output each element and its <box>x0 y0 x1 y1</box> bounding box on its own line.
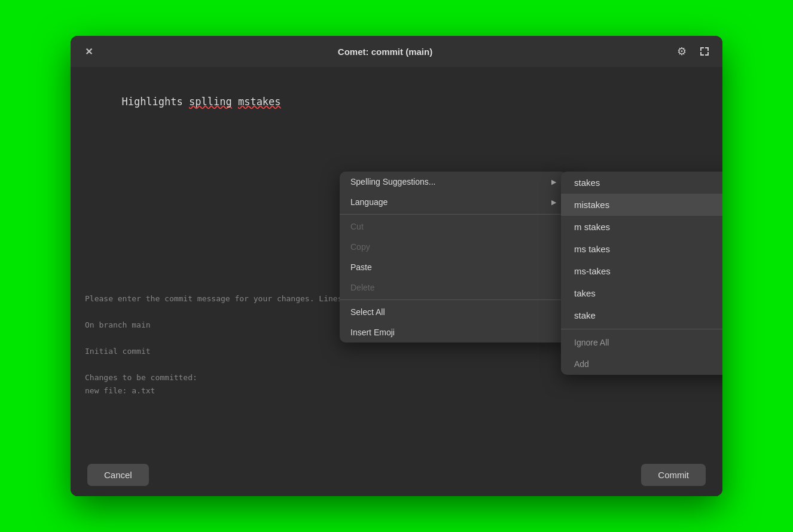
titlebar-actions: ⚙ <box>675 44 712 59</box>
submenu-arrow-spelling: ▶ <box>551 178 556 186</box>
suggestion-stake[interactable]: stake <box>561 304 722 326</box>
menu-item-insert-emoji[interactable]: Insert Emoji <box>340 322 567 343</box>
menu-item-cut: Cut <box>340 216 567 237</box>
text-space <box>232 96 238 108</box>
menu-item-select-all[interactable]: Select All <box>340 302 567 322</box>
menu-item-paste[interactable]: Paste <box>340 257 567 277</box>
menu-item-delete-label: Delete <box>350 283 374 292</box>
menu-separator-2 <box>340 299 567 300</box>
suggestion-ms-takes[interactable]: ms takes <box>561 238 722 260</box>
editor-area[interactable]: Highlights splling mstakes Please enter … <box>71 67 722 496</box>
submenu-add[interactable]: Add <box>561 353 722 375</box>
expand-icon[interactable] <box>697 44 712 59</box>
menu-item-select-all-label: Select All <box>350 307 385 317</box>
cancel-button[interactable]: Cancel <box>87 464 149 486</box>
menu-item-copy: Copy <box>340 237 567 257</box>
suggestion-m-stakes[interactable]: m stakes <box>561 216 722 238</box>
submenu-ignore-all[interactable]: Ignore All <box>561 332 722 353</box>
text-highlights: Highlights <box>121 96 189 108</box>
window-title: Comet: commit (main) <box>338 47 432 57</box>
submenu-arrow-language: ▶ <box>551 198 556 206</box>
close-button[interactable]: ✕ <box>81 44 96 59</box>
suggestion-mistakes[interactable]: mistakes <box>561 194 722 216</box>
app-window: ✕ Comet: commit (main) ⚙ Highlights spll… <box>71 36 722 496</box>
suggestion-takes[interactable]: takes <box>561 282 722 304</box>
menu-item-language-label: Language <box>350 197 388 207</box>
context-menu: Spelling Suggestions... ▶ Language ▶ Cut… <box>340 172 567 343</box>
submenu-separator <box>561 329 722 329</box>
misspelled-splling: splling <box>189 96 232 108</box>
suggestion-ms-takes-hyphen[interactable]: ms-takes <box>561 260 722 282</box>
commit-button[interactable]: Commit <box>641 464 706 486</box>
misspelled-mstakes: mstakes <box>238 96 281 108</box>
menu-item-spelling-suggestions-label: Spelling Suggestions... <box>350 177 435 186</box>
suggestion-stakes[interactable]: stakes <box>561 172 722 194</box>
menu-item-delete: Delete <box>340 277 567 298</box>
menu-item-insert-emoji-label: Insert Emoji <box>350 328 395 337</box>
bottom-bar: Cancel Commit <box>71 453 722 496</box>
spelling-submenu: stakes mistakes m stakes ms takes ms-tak… <box>561 172 722 375</box>
menu-item-copy-label: Copy <box>350 242 370 252</box>
menu-separator-1 <box>340 214 567 215</box>
titlebar: ✕ Comet: commit (main) ⚙ <box>71 36 722 67</box>
commit-message-text: Highlights splling mstakes <box>85 79 708 125</box>
menu-item-spelling-suggestions[interactable]: Spelling Suggestions... ▶ <box>340 172 567 192</box>
settings-icon[interactable]: ⚙ <box>675 44 689 59</box>
menu-item-language[interactable]: Language ▶ <box>340 192 567 212</box>
menu-item-cut-label: Cut <box>350 222 364 231</box>
menu-item-paste-label: Paste <box>350 262 372 272</box>
